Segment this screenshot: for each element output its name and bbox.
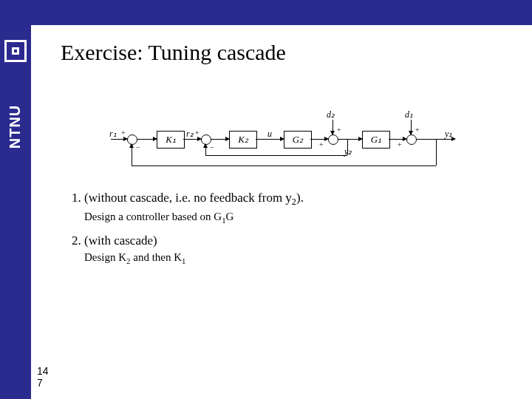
cascade-block-diagram: K₁ K₂ G₂ G₁ d₂ + + d₁ + + y₂ r₁	[111, 117, 480, 176]
label-y1: y₁	[445, 129, 452, 140]
label-y2: y₂	[344, 146, 352, 157]
exercise-item-1-sub: Design a controller based on G1G	[84, 211, 502, 225]
label-d2: d₂	[327, 109, 335, 120]
slide-content: Exercise: Tuning cascade K₁ K₂ G₂ G₁ d₂ …	[31, 25, 532, 399]
exercise-item-2: (with cascade) Design K2 and then K1	[84, 233, 502, 265]
label-r2: r₂	[186, 129, 194, 140]
exercise-list: (without cascade, i.e. no feedback from …	[68, 191, 502, 265]
page-number: 14 7	[37, 366, 49, 389]
block-G1: G₁	[362, 131, 390, 149]
block-K1: K₁	[157, 131, 185, 149]
exercise-item-1: (without cascade, i.e. no feedback from …	[84, 191, 502, 225]
block-G2: G₂	[284, 131, 312, 149]
brand-name: NTNU	[7, 83, 24, 171]
brand-sidebar: NTNU	[0, 0, 31, 399]
exercise-item-2-sub: Design K2 and then K1	[84, 251, 502, 265]
exercise-item-2-label: (with cascade)	[84, 233, 157, 248]
label-d1: d₁	[405, 109, 413, 120]
brand-logo-icon	[4, 40, 27, 62]
exercise-item-1-label: (without cascade, i.e. no feedback from …	[84, 191, 304, 205]
slide-title: Exercise: Tuning cascade	[61, 40, 502, 65]
label-r1: r₁	[109, 129, 117, 140]
label-u: u	[267, 129, 272, 140]
topbar	[31, 0, 532, 25]
block-K2: K₂	[229, 131, 257, 149]
